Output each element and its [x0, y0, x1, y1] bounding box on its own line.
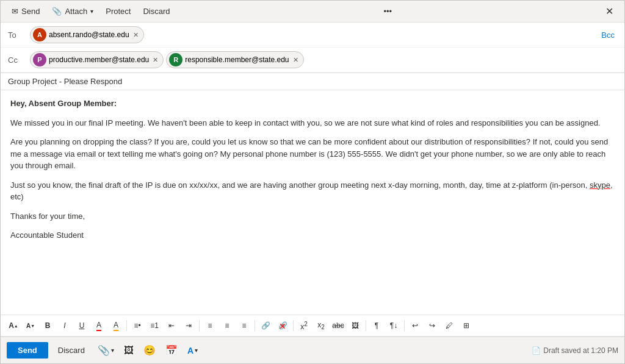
- bullet-list-button[interactable]: ≡•: [129, 318, 145, 334]
- attach-label: Attach: [65, 7, 87, 16]
- skype-link: skype: [590, 180, 610, 190]
- underline-icon: U: [79, 321, 85, 330]
- italic-icon: I: [63, 321, 65, 330]
- draft-icon: 📄: [532, 346, 541, 355]
- subscript-icon: x2: [317, 321, 325, 330]
- attach-chevron-icon: ▾: [90, 8, 93, 15]
- avatar-a: A: [33, 28, 46, 41]
- to-email-1: absent.rando@state.edu: [49, 30, 129, 39]
- fmt-sep-6: [404, 320, 405, 331]
- emoji-button[interactable]: 😊: [140, 342, 159, 359]
- remove-link-icon: 🔗✕: [278, 321, 287, 330]
- bcc-button[interactable]: Bcc: [599, 29, 617, 41]
- body-area[interactable]: Hey, Absent Group Member: We missed you …: [1, 90, 624, 315]
- superscript-icon: x2: [300, 321, 308, 331]
- body-signature: Accountable Student: [10, 229, 615, 241]
- insert-link-icon: 🔗: [261, 321, 270, 330]
- italic-button[interactable]: I: [57, 318, 73, 334]
- fmt-sep-2: [199, 320, 200, 331]
- style-button[interactable]: A ▾: [184, 343, 201, 358]
- insert-image-button[interactable]: 🖼: [121, 343, 137, 359]
- schedule-icon: 📅: [165, 344, 178, 356]
- bold-button[interactable]: B: [40, 318, 56, 334]
- more-label: •••: [383, 7, 392, 16]
- redo-button[interactable]: ↪: [424, 318, 440, 334]
- align-center-button[interactable]: ≡: [219, 318, 235, 334]
- top-toolbar: ✉ Send 📎 Attach ▾ Protect Discard ••• ✕: [1, 1, 624, 23]
- align-right-button[interactable]: ≡: [236, 318, 252, 334]
- style-chevron: ▾: [195, 347, 198, 354]
- superscript-button[interactable]: x2: [296, 318, 312, 334]
- to-chip-1[interactable]: A absent.rando@state.edu ✕: [30, 26, 144, 43]
- fmt-sep-3: [255, 320, 255, 331]
- discard-button[interactable]: Discard: [52, 342, 91, 359]
- cc-chip-1[interactable]: P productive.member@state.edu ✕: [30, 51, 164, 68]
- remove-link-button[interactable]: 🔗✕: [275, 318, 291, 334]
- send-button[interactable]: Send: [7, 342, 48, 359]
- close-icon: ✕: [605, 6, 613, 16]
- attach-bottom-chevron: ▾: [111, 347, 114, 354]
- remove-cc-1-button[interactable]: ✕: [153, 56, 158, 64]
- compose-window: ✉ Send 📎 Attach ▾ Protect Discard ••• ✕ …: [0, 0, 625, 364]
- increase-indent-button[interactable]: ⇥: [181, 318, 197, 334]
- insert-link-button[interactable]: 🔗: [258, 318, 273, 334]
- align-left-button[interactable]: ≡: [202, 318, 218, 334]
- body-closing: Thanks for your time,: [10, 210, 615, 223]
- protect-button[interactable]: Protect: [101, 4, 135, 18]
- discard-toolbar-button[interactable]: Discard: [138, 4, 175, 18]
- style-icon: A: [187, 346, 193, 355]
- paragraph-mark-button[interactable]: ¶: [369, 318, 385, 334]
- fields-area: To A absent.rando@state.edu ✕ Bcc Cc P p…: [1, 23, 624, 73]
- subject-input[interactable]: [8, 77, 617, 86]
- clear-formatting-icon: 🖊: [446, 321, 453, 330]
- body-para3: Just so you know, the final draft of the…: [10, 179, 615, 203]
- close-button[interactable]: ✕: [601, 3, 618, 20]
- send-toolbar-label: Send: [21, 7, 40, 16]
- cc-label: Cc: [8, 55, 25, 65]
- clear-formatting-button[interactable]: 🖊: [441, 318, 457, 334]
- font-color-button[interactable]: A: [91, 318, 107, 334]
- paragraph-mark-icon: ¶: [375, 321, 378, 330]
- insert-picture-button[interactable]: 🖼: [347, 318, 363, 334]
- fmt-sep-1: [126, 320, 127, 331]
- remove-cc-2-button[interactable]: ✕: [293, 56, 298, 64]
- schedule-button[interactable]: 📅: [162, 342, 181, 359]
- numbered-list-button[interactable]: ≡1: [146, 318, 162, 334]
- more-options-button[interactable]: •••: [378, 4, 397, 18]
- undo-button[interactable]: ↩: [407, 318, 423, 334]
- send-toolbar-button[interactable]: ✉ Send: [7, 4, 45, 18]
- remove-to-1-button[interactable]: ✕: [133, 31, 139, 39]
- emoji-icon: 😊: [143, 344, 156, 356]
- cc-chips: P productive.member@state.edu ✕ R respon…: [30, 51, 617, 68]
- cc-email-1: productive.member@state.edu: [49, 55, 149, 64]
- font-decrease-icon: A: [26, 323, 31, 329]
- attach-button[interactable]: 📎 Attach ▾: [47, 4, 98, 18]
- subscript-button[interactable]: x2: [313, 318, 329, 334]
- insert-picture-icon: 🖼: [352, 321, 359, 330]
- numbered-list-icon: ≡1: [150, 321, 159, 330]
- strikethrough-button[interactable]: abc: [330, 318, 346, 334]
- body-para1: We missed you in our final IP meeting. W…: [10, 117, 615, 129]
- underline-button[interactable]: U: [74, 318, 90, 334]
- subject-row: [1, 73, 624, 90]
- strikethrough-icon: abc: [332, 321, 344, 330]
- body-para2: Are you planning on dropping the class? …: [10, 136, 615, 172]
- attach-icon: 📎: [52, 7, 62, 16]
- align-right-icon: ≡: [242, 321, 246, 330]
- decrease-indent-button[interactable]: ⇤: [164, 318, 179, 334]
- attach-bottom-button[interactable]: 📎 ▾: [95, 342, 117, 359]
- increase-indent-icon: ⇥: [186, 321, 192, 330]
- attach-bottom-icon: 📎: [98, 344, 110, 356]
- paragraph-spacing-button[interactable]: ¶↓: [386, 318, 402, 334]
- discard-toolbar-label: Discard: [143, 7, 170, 16]
- highlight-button[interactable]: A: [108, 318, 124, 334]
- insert-table-button[interactable]: ⊞: [458, 318, 474, 334]
- font-increase-button[interactable]: A▲: [5, 318, 21, 334]
- protect-label: Protect: [106, 7, 131, 16]
- avatar-r: R: [169, 53, 182, 66]
- avatar-p: P: [33, 53, 46, 66]
- font-decrease-button[interactable]: A▼: [23, 318, 38, 334]
- to-label: To: [8, 30, 25, 40]
- font-increase-icon: A: [9, 321, 14, 330]
- cc-chip-2[interactable]: R responsible.member@state.edu ✕: [166, 51, 303, 68]
